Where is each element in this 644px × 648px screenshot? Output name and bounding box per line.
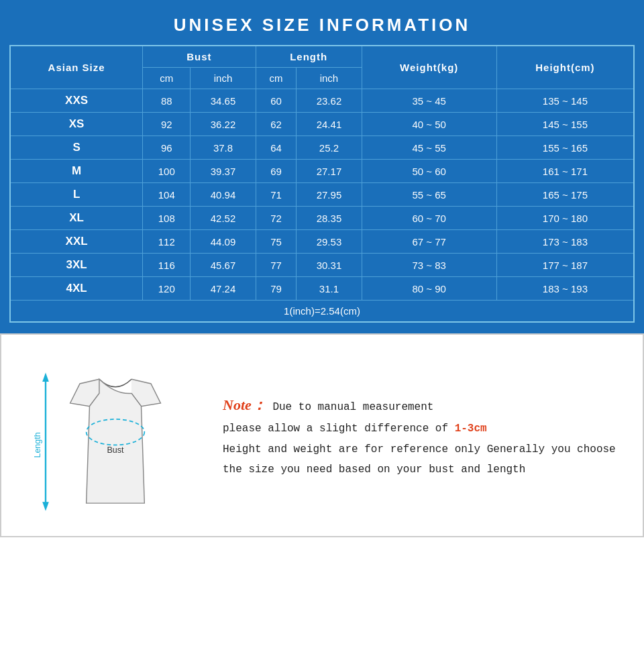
cell-height: 161 ~ 171	[496, 160, 634, 183]
svg-marker-1	[42, 373, 49, 382]
chart-title: UNISEX SIZE INFORMATION	[9, 8, 635, 45]
svg-marker-2	[42, 502, 49, 510]
cell-weight: 40 ~ 50	[362, 113, 496, 136]
note-line-2: please allow a slight difference of 1-3c…	[223, 419, 623, 439]
cell-height: 173 ~ 183	[496, 230, 634, 254]
table-row: 3XL 116 45.67 77 30.31 73 ~ 83 177 ~ 187	[10, 254, 634, 277]
cell-bust-inch: 36.22	[191, 113, 256, 136]
cell-height: 155 ~ 165	[496, 136, 634, 160]
cell-bust-cm: 120	[143, 277, 191, 301]
cell-height: 170 ~ 180	[496, 207, 634, 230]
cell-len-cm: 72	[256, 207, 297, 230]
table-row: S 96 37.8 64 25.2 45 ~ 55 155 ~ 165	[10, 136, 634, 160]
bust-cm-header: cm	[143, 68, 191, 89]
cell-bust-inch: 45.67	[191, 254, 256, 277]
cell-bust-cm: 116	[143, 254, 191, 277]
cell-weight: 50 ~ 60	[362, 160, 496, 183]
cell-weight: 67 ~ 77	[362, 230, 496, 254]
cell-len-inch: 27.17	[297, 160, 362, 183]
cell-size: 4XL	[10, 277, 143, 301]
cell-size: S	[10, 136, 143, 160]
cell-bust-cm: 96	[143, 136, 191, 160]
cell-len-cm: 64	[256, 136, 297, 160]
height-header: Height(cm)	[496, 46, 634, 89]
cell-size: 3XL	[10, 254, 143, 277]
cell-len-cm: 79	[256, 277, 297, 301]
cell-bust-inch: 34.65	[191, 89, 256, 113]
cell-height: 183 ~ 193	[496, 277, 634, 301]
cell-size: XXL	[10, 230, 143, 254]
note-section: Note： Due to manual measurement please a…	[223, 391, 623, 480]
tshirt-svg: Length Bust	[28, 348, 203, 523]
note-line-1: Note： Due to manual measurement	[223, 391, 623, 419]
weight-header: Weight(kg)	[362, 46, 496, 89]
cell-len-inch: 27.95	[297, 183, 362, 207]
table-row: XS 92 36.22 62 24.41 40 ~ 50 145 ~ 155	[10, 113, 634, 136]
table-header-row-1: Asian Size Bust Length Weight(kg) Height…	[10, 46, 634, 68]
table-row: XXL 112 44.09 75 29.53 67 ~ 77 173 ~ 183	[10, 230, 634, 254]
cell-weight: 55 ~ 65	[362, 183, 496, 207]
cell-bust-inch: 42.52	[191, 207, 256, 230]
footnote-row: 1(inch)=2.54(cm)	[10, 301, 634, 323]
cell-weight: 73 ~ 83	[362, 254, 496, 277]
table-row: XL 108 42.52 72 28.35 60 ~ 70 170 ~ 180	[10, 207, 634, 230]
note-highlight: 1-3cm	[455, 423, 487, 435]
size-chart-section: UNISEX SIZE INFORMATION Asian Size Bust …	[0, 0, 644, 333]
table-row: L 104 40.94 71 27.95 55 ~ 65 165 ~ 175	[10, 183, 634, 207]
cell-weight: 80 ~ 90	[362, 277, 496, 301]
cell-len-cm: 75	[256, 230, 297, 254]
cell-len-cm: 71	[256, 183, 297, 207]
cell-len-inch: 29.53	[297, 230, 362, 254]
note-line-5: based on your bust and length	[339, 464, 525, 476]
cell-bust-inch: 40.94	[191, 183, 256, 207]
note-text-2: please allow a slight difference of	[223, 423, 455, 435]
cell-bust-cm: 88	[143, 89, 191, 113]
footnote-cell: 1(inch)=2.54(cm)	[10, 301, 634, 323]
tshirt-diagram: Length Bust	[21, 348, 209, 523]
cell-height: 135 ~ 145	[496, 89, 634, 113]
cell-bust-cm: 100	[143, 160, 191, 183]
cell-size: M	[10, 160, 143, 183]
cell-len-cm: 62	[256, 113, 297, 136]
cell-len-inch: 23.62	[297, 89, 362, 113]
cell-len-inch: 28.35	[297, 207, 362, 230]
cell-height: 177 ~ 187	[496, 254, 634, 277]
length-header: Length	[256, 46, 362, 68]
cell-len-inch: 30.31	[297, 254, 362, 277]
cell-len-inch: 24.41	[297, 113, 362, 136]
cell-bust-inch: 47.24	[191, 277, 256, 301]
cell-bust-cm: 112	[143, 230, 191, 254]
bust-inch-header: inch	[191, 68, 256, 89]
cell-size: XXS	[10, 89, 143, 113]
bottom-section: Length Bust Note： Due to manual measurem…	[0, 333, 644, 537]
cell-height: 145 ~ 155	[496, 113, 634, 136]
note-label: Note：	[223, 396, 266, 413]
cell-weight: 45 ~ 55	[362, 136, 496, 160]
table-row: 4XL 120 47.24 79 31.1 80 ~ 90 183 ~ 193	[10, 277, 634, 301]
note-line-3: Height and weight are for reference only	[223, 443, 480, 455]
cell-len-inch: 31.1	[297, 277, 362, 301]
cell-size: XL	[10, 207, 143, 230]
cell-len-cm: 69	[256, 160, 297, 183]
cell-bust-cm: 104	[143, 183, 191, 207]
cell-size: XS	[10, 113, 143, 136]
cell-weight: 35 ~ 45	[362, 89, 496, 113]
bust-header: Bust	[143, 46, 256, 68]
cell-height: 165 ~ 175	[496, 183, 634, 207]
cell-len-cm: 60	[256, 89, 297, 113]
svg-text:Length: Length	[33, 432, 42, 457]
cell-bust-cm: 108	[143, 207, 191, 230]
size-table: Asian Size Bust Length Weight(kg) Height…	[9, 45, 635, 323]
cell-bust-cm: 92	[143, 113, 191, 136]
table-row: M 100 39.37 69 27.17 50 ~ 60 161 ~ 171	[10, 160, 634, 183]
cell-len-inch: 25.2	[297, 136, 362, 160]
cell-bust-inch: 37.8	[191, 136, 256, 160]
cell-size: L	[10, 183, 143, 207]
cell-len-cm: 77	[256, 254, 297, 277]
cell-bust-inch: 39.37	[191, 160, 256, 183]
table-body: XXS 88 34.65 60 23.62 35 ~ 45 135 ~ 145 …	[10, 89, 634, 301]
len-cm-header: cm	[256, 68, 297, 89]
svg-text:Bust: Bust	[107, 445, 124, 455]
note-text-1: Due to manual measurement	[272, 401, 433, 413]
cell-weight: 60 ~ 70	[362, 207, 496, 230]
